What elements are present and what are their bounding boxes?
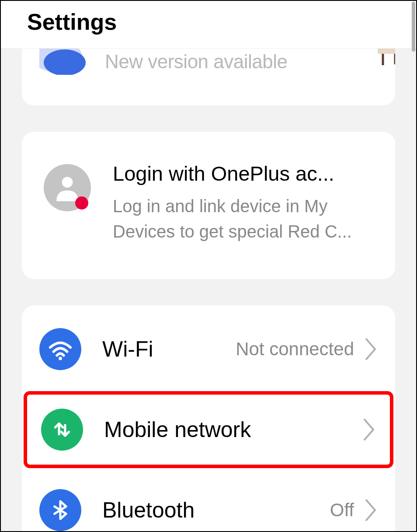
- notification-dot-icon: [75, 196, 88, 210]
- header: Settings: [1, 1, 416, 49]
- account-card[interactable]: Login with OnePlus ac... Log in and link…: [22, 132, 395, 279]
- content: New version available Login with OnePlus…: [1, 49, 416, 532]
- svg-point-1: [44, 49, 86, 75]
- settings-item-mobile-network[interactable]: Mobile network: [24, 391, 393, 468]
- settings-item-bluetooth[interactable]: Bluetooth Off: [22, 471, 395, 532]
- svg-point-6: [59, 357, 62, 360]
- account-avatar-icon: [44, 164, 91, 211]
- settings-item-value: Off: [330, 500, 354, 521]
- mobile-data-icon: [41, 409, 83, 451]
- chevron-right-icon: [365, 337, 378, 361]
- settings-item-wifi[interactable]: Wi-Fi Not connected: [22, 310, 395, 388]
- settings-item-label: Mobile network: [104, 417, 352, 442]
- svg-point-5: [62, 177, 73, 188]
- chevron-right-icon: [365, 498, 378, 522]
- settings-list: Wi-Fi Not connected Mobile network: [22, 305, 395, 532]
- settings-item-label: Wi-Fi: [102, 336, 236, 362]
- account-subtitle: Log in and link device in My Devices to …: [113, 193, 373, 244]
- settings-item-value: Not connected: [236, 339, 354, 360]
- settings-item-label: Bluetooth: [102, 497, 330, 523]
- avatar-peek-icon: [378, 49, 395, 70]
- update-banner-text: New version available: [105, 51, 288, 73]
- chevron-right-icon: [363, 418, 376, 441]
- update-card[interactable]: New version available: [22, 49, 395, 105]
- scrollbar[interactable]: [412, 2, 415, 52]
- bluetooth-icon: [39, 489, 81, 531]
- page-title: Settings: [27, 9, 390, 35]
- account-title: Login with OnePlus ac...: [113, 161, 373, 186]
- svg-rect-2: [378, 49, 395, 54]
- wifi-icon: [39, 328, 81, 370]
- system-update-icon: [39, 49, 87, 75]
- account-text: Login with OnePlus ac... Log in and link…: [113, 161, 373, 244]
